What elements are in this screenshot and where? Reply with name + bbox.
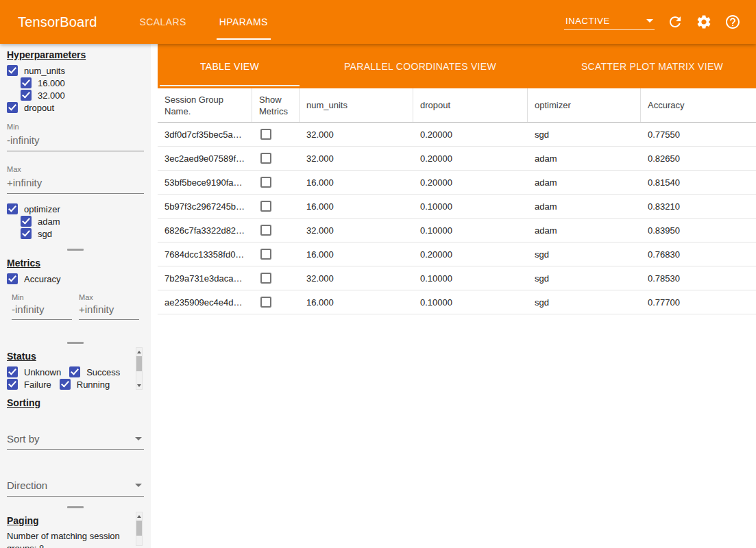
table-row: 3df0d7cf35bec5a… 32.000 0.20000 sgd 0.77…: [158, 123, 756, 147]
session-group-name-cell: 53bf5bece9190fa…: [158, 177, 252, 188]
paging-section: Paging Number of matching session groups…: [0, 510, 151, 548]
status-running-checkbox[interactable]: [60, 379, 71, 390]
show-metrics-checkbox[interactable]: [260, 225, 271, 236]
status-scrollbar[interactable]: [136, 347, 143, 390]
direction-value: Direction: [7, 480, 47, 491]
num-units-cell: 16.000: [300, 201, 413, 212]
num-units-checkbox[interactable]: [7, 65, 18, 76]
column-header-optimizer[interactable]: optimizer: [528, 88, 641, 122]
status-item-running: Running: [60, 378, 110, 390]
tab-parallel-coordinates-view[interactable]: PARALLEL COORDINATES VIEW: [302, 44, 539, 88]
dropout-min-input[interactable]: [7, 131, 144, 151]
accuracy-checkbox[interactable]: [7, 273, 18, 284]
table-row: 5b97f3c2967245b… 16.000 0.10000 adam 0.8…: [158, 195, 756, 219]
section-resize-handle[interactable]: [0, 504, 151, 510]
tab-scalars[interactable]: SCALARS: [123, 0, 203, 44]
num-units-cell: 32.000: [300, 129, 413, 140]
direction-select[interactable]: Direction: [7, 480, 144, 497]
metric-max-field: Max: [79, 293, 139, 320]
metric-min-max-row: Min Max: [7, 293, 144, 320]
chevron-down-icon: [135, 484, 142, 487]
table-header-row: Session Group Name. Show Metrics num_uni…: [158, 88, 756, 123]
scrollbar-track[interactable]: [136, 520, 142, 545]
optimizer-cell: adam: [528, 201, 641, 212]
tab-table-view[interactable]: TABLE VIEW: [158, 44, 302, 88]
column-header-session-group-name[interactable]: Session Group Name.: [158, 88, 252, 122]
status-success-checkbox[interactable]: [69, 366, 80, 377]
tab-scatter-plot-matrix-view[interactable]: SCATTER PLOT MATRIX VIEW: [539, 44, 756, 88]
paging-scrollbar[interactable]: [136, 512, 143, 546]
scroll-down-button[interactable]: [136, 382, 142, 389]
help-button[interactable]: [724, 14, 741, 30]
view-tabs: TABLE VIEW PARALLEL COORDINATES VIEW SCA…: [158, 44, 756, 88]
scroll-up-button[interactable]: [136, 348, 142, 356]
tab-table-view-label: TABLE VIEW: [200, 61, 259, 72]
accuracy-label: Accuracy: [24, 274, 60, 284]
app-title: TensorBoard: [18, 0, 97, 44]
num-units-cell: 32.000: [300, 273, 413, 284]
dropout-cell: 0.10000: [413, 273, 528, 284]
optimizer-cell: sgd: [528, 129, 641, 140]
column-header-show-metrics[interactable]: Show Metrics: [252, 88, 300, 122]
status-heading: Status: [7, 351, 144, 362]
optimizer-adam-checkbox[interactable]: [21, 216, 32, 227]
refresh-button[interactable]: [667, 14, 683, 30]
sort-by-select[interactable]: Sort by: [7, 433, 144, 450]
tab-hparams[interactable]: HPARAMS: [203, 0, 284, 44]
status-running-label: Running: [77, 379, 110, 390]
scrollbar-thumb[interactable]: [136, 356, 142, 371]
matching-groups-summary: Number of matching session groups: 8: [7, 530, 132, 548]
show-metrics-checkbox[interactable]: [260, 129, 271, 140]
metric-max-input[interactable]: [79, 301, 139, 320]
status-item-failure: Failure: [7, 378, 51, 390]
num-units-16-checkbox[interactable]: [21, 77, 32, 88]
show-metrics-checkbox[interactable]: [260, 249, 271, 260]
optimizer-checkbox[interactable]: [7, 203, 18, 214]
run-status-value: INACTIVE: [565, 16, 610, 26]
scrollbar-track[interactable]: [136, 356, 142, 382]
status-unknown-label: Unknown: [24, 367, 61, 377]
column-header-dropout[interactable]: dropout: [413, 88, 528, 122]
num-units-cell: 16.000: [300, 297, 413, 308]
section-resize-handle[interactable]: [0, 247, 151, 252]
triangle-up-icon: [137, 351, 141, 353]
session-group-name-cell: ae235909ec4e4d…: [158, 297, 252, 308]
dropout-max-input[interactable]: [7, 173, 144, 194]
sorting-heading: Sorting: [7, 397, 144, 408]
show-metrics-checkbox[interactable]: [260, 177, 271, 188]
status-section: Status Unknown Success Failure Running: [0, 345, 151, 392]
section-resize-handle[interactable]: [0, 340, 151, 345]
num-units-cell: 32.000: [300, 153, 413, 164]
num-units-32-checkbox[interactable]: [21, 90, 32, 101]
status-failure-label: Failure: [24, 379, 51, 390]
settings-button[interactable]: [696, 14, 712, 30]
status-failure-checkbox[interactable]: [7, 379, 18, 390]
scroll-up-button[interactable]: [136, 512, 142, 520]
column-header-num-units[interactable]: num_units: [300, 88, 413, 122]
metric-min-input[interactable]: [12, 301, 72, 320]
show-metrics-checkbox[interactable]: [260, 273, 271, 284]
optimizer-cell: sgd: [528, 297, 641, 308]
column-header-accuracy[interactable]: Accuracy: [641, 88, 756, 122]
status-unknown-checkbox[interactable]: [7, 366, 18, 377]
table-row: 53bf5bece9190fa… 16.000 0.20000 adam 0.8…: [158, 171, 756, 195]
sort-by-value: Sort by: [7, 433, 40, 445]
session-group-name-cell: 3df0d7cf35bec5a…: [158, 129, 252, 140]
dropout-label: dropout: [24, 103, 54, 113]
dropout-cell: 0.10000: [413, 297, 528, 308]
app-bar: TensorBoard SCALARS HPARAMS INACTIVE: [0, 0, 756, 44]
dropout-cell: 0.20000: [413, 249, 528, 260]
scrollbar-thumb[interactable]: [136, 521, 142, 536]
optimizer-cell: sgd: [528, 249, 641, 260]
metric-max-label: Max: [79, 293, 139, 301]
show-metrics-checkbox[interactable]: [260, 201, 271, 212]
optimizer-cell: sgd: [528, 273, 641, 284]
tab-scatter-plot-matrix-view-label: SCATTER PLOT MATRIX VIEW: [581, 61, 723, 72]
status-list: Unknown Success Failure Running: [7, 366, 133, 390]
show-metrics-checkbox[interactable]: [260, 297, 271, 308]
dropout-checkbox[interactable]: [7, 102, 18, 113]
metric-row-accuracy: Accuracy: [7, 273, 144, 285]
show-metrics-checkbox[interactable]: [260, 153, 271, 164]
run-status-select[interactable]: INACTIVE: [564, 14, 655, 30]
optimizer-sgd-checkbox[interactable]: [21, 228, 32, 239]
